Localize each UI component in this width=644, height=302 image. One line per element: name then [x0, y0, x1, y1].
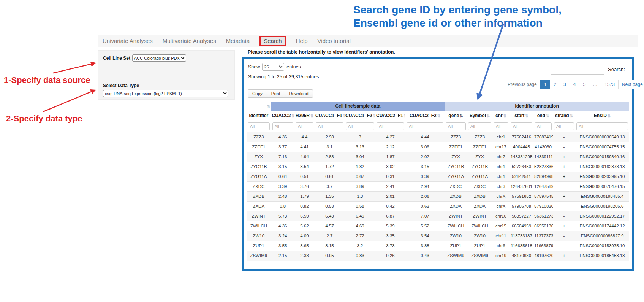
filter-input-gene[interactable]: [446, 122, 466, 130]
data-cell: 3.73: [375, 241, 405, 251]
nav-item-search[interactable]: Search: [259, 36, 286, 46]
filter-input-ensid[interactable]: [576, 122, 628, 130]
nav-item-video-tutorial[interactable]: Video tutorial: [318, 38, 351, 44]
column-header-end[interactable]: end⇅: [533, 111, 553, 121]
filter-input-cuacc2-f1[interactable]: [377, 122, 404, 130]
data-cell: 0.83: [345, 251, 375, 261]
red-arrow-2-icon: [43, 90, 95, 112]
data-cell: 1.72: [315, 162, 345, 172]
data-cell: chr1: [492, 162, 510, 172]
page-size-select[interactable]: 25: [262, 63, 284, 71]
data-cell: 5.73: [271, 211, 294, 221]
data-cell: 3.02: [375, 162, 405, 172]
identifier-cell: ZYX: [247, 152, 271, 162]
filter-input-cuacc1-f1[interactable]: [316, 122, 343, 130]
filter-input-end[interactable]: [535, 122, 552, 130]
sort-icon: ⇅: [503, 114, 506, 118]
data-cell: ZXDC: [445, 181, 467, 191]
column-label: CUACC1_F1: [315, 113, 342, 118]
data-cell: 2.48: [271, 191, 294, 201]
group-header-cell-line: Cell line/sample data: [271, 102, 445, 111]
next-page-button[interactable]: Next page: [618, 80, 644, 89]
navbar: Univariate AnalysesMultivariate Analyses…: [98, 35, 638, 47]
nav-item-multivariate-analyses[interactable]: Multivariate Analyses: [163, 38, 216, 44]
identifier-sort-cell[interactable]: ⇅: [247, 102, 271, 111]
filter-input-start[interactable]: [511, 122, 532, 130]
data-cell: ZW10: [445, 231, 467, 241]
column-header-cuacc1-f2[interactable]: CUACC1_F2⇅: [345, 111, 375, 121]
column-header-h295r[interactable]: H295R⇅: [294, 111, 315, 121]
data-cell: +: [553, 162, 575, 172]
sort-icon: ⇅: [608, 114, 611, 118]
data-type-select[interactable]: xsq: RNA-seq Expression (log2 FPKM+1): [103, 90, 228, 97]
filter-input-identifier[interactable]: [248, 122, 270, 130]
data-cell: ZW10: [467, 231, 492, 241]
column-header-start[interactable]: start⇅: [510, 111, 533, 121]
copy-button[interactable]: Copy: [248, 89, 267, 98]
filter-input-cuacc2-f2[interactable]: [407, 122, 443, 130]
data-cell: +: [553, 152, 575, 162]
data-cell: 0.43: [405, 251, 445, 261]
data-cell: 0.64: [271, 172, 294, 181]
column-header-strand[interactable]: strand⇅: [553, 111, 575, 121]
data-cell: 4004445: [510, 142, 533, 152]
data-cell: 0.58: [345, 201, 375, 211]
column-header-cuacc2-f2[interactable]: CUACC2_F2⇅: [405, 111, 445, 121]
column-header-ensid[interactable]: EnsID⇅: [575, 111, 629, 121]
data-cell: 56361273: [533, 211, 553, 221]
data-cell: 116668794: [533, 241, 553, 251]
column-header-symbol[interactable]: Symbol⇅: [467, 111, 492, 121]
page-button-3[interactable]: 3: [560, 80, 570, 89]
table-row: ZWILCH4.365.624.574.695.395.52ZWILCHZWIL…: [247, 221, 629, 231]
data-cell: 57910820: [533, 201, 553, 211]
data-cell: +: [553, 191, 575, 201]
cell-line-set-select[interactable]: ACC Colorado plus PDX: [132, 54, 186, 62]
page-button-2[interactable]: 2: [550, 80, 560, 89]
filter-input-strand[interactable]: [554, 122, 574, 130]
print-button[interactable]: Print: [267, 89, 285, 98]
download-button[interactable]: Download: [285, 89, 313, 98]
show-label: Show: [248, 64, 260, 70]
filter-cell-h295r: [294, 121, 315, 132]
sort-icon: ⇅: [404, 114, 405, 118]
data-cell: 2.38: [294, 251, 315, 261]
column-header-identifier[interactable]: Identifier: [247, 111, 271, 121]
filter-input-chr[interactable]: [494, 122, 508, 130]
nav-item-metadata[interactable]: Metadata: [226, 38, 250, 44]
data-cell: 6.59: [294, 211, 315, 221]
column-header-chr[interactable]: chr⇅: [492, 111, 510, 121]
data-cell: ZYX: [467, 152, 492, 162]
page-button-5[interactable]: 5: [579, 80, 589, 89]
column-header-gene[interactable]: gene⇅: [445, 111, 467, 121]
data-cell: ZYG11B: [445, 162, 467, 172]
data-cell: 3.15: [271, 162, 294, 172]
column-header-cuacc2[interactable]: CUACC2⇅: [271, 111, 294, 121]
table-search-input[interactable]: [551, 65, 604, 75]
data-cell: chr19: [492, 251, 510, 261]
filter-input-cuacc2[interactable]: [272, 122, 294, 130]
nav-item-help[interactable]: Help: [296, 38, 308, 44]
data-cell: 3.7: [315, 181, 345, 191]
identifier-cell: ZXDB: [247, 191, 271, 201]
data-cell: 3.65: [294, 241, 315, 251]
column-header-cuacc2-f1[interactable]: CUACC2_F1⇅: [375, 111, 405, 121]
nav-item-univariate-analyses[interactable]: Univariate Analyses: [103, 38, 153, 44]
data-cell: 3: [345, 132, 375, 142]
data-cell: -: [553, 231, 575, 241]
filter-input-h295r[interactable]: [296, 122, 313, 130]
data-cell: -: [553, 181, 575, 191]
data-cell: 2.15: [271, 251, 294, 261]
column-header-cuacc1-f1[interactable]: CUACC1_F1⇅: [315, 111, 345, 121]
data-cell: 6.49: [345, 211, 375, 221]
data-cell: 4.44: [405, 132, 445, 142]
page-button-4[interactable]: 4: [570, 80, 580, 89]
sort-icon: ⇅: [373, 114, 375, 118]
filter-cell-cuacc2: [271, 121, 294, 132]
column-label: CUACC2: [272, 113, 291, 118]
filter-input-cuacc1-f2[interactable]: [346, 122, 374, 130]
page-button-1573[interactable]: 1573: [601, 80, 619, 89]
filter-input-symbol[interactable]: [468, 122, 491, 130]
previous-page-button[interactable]: Previous page: [504, 80, 541, 89]
entries-info: Showing 1 to 25 of 39,315 entries: [248, 74, 319, 79]
page-button-1[interactable]: 1: [540, 80, 551, 89]
